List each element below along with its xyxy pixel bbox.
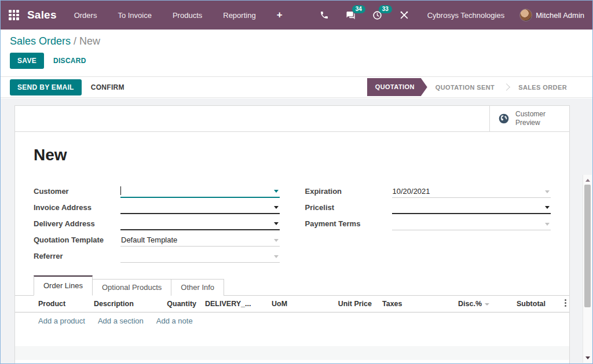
content-area: Customer Preview New Customer Invoice Ad… (1, 98, 592, 363)
plus-menu-icon[interactable]: + (277, 9, 283, 21)
stage-quotation[interactable]: QUOTATION (367, 78, 427, 96)
customer-label: Customer (34, 187, 120, 198)
order-lines-actions: Add a product Add a section Add a note (15, 312, 569, 329)
discard-button[interactable]: DISCARD (53, 57, 86, 65)
invoice-address-input[interactable] (120, 201, 280, 214)
customer-input[interactable] (120, 185, 280, 198)
tab-other-info[interactable]: Other Info (171, 279, 224, 296)
scroll-up-icon[interactable] (583, 176, 592, 184)
add-a-note-link[interactable]: Add a note (156, 317, 193, 325)
chevron-down-icon[interactable] (274, 206, 279, 209)
column-product[interactable]: Product (38, 300, 65, 308)
user-name: Mitchell Admin (536, 11, 584, 20)
column-discount[interactable]: Disc.% (458, 300, 482, 308)
menu-to-invoice[interactable]: To Invoice (118, 11, 152, 20)
developer-tools-icon[interactable] (398, 9, 410, 21)
payment-terms-input[interactable] (392, 218, 551, 230)
add-a-product-link[interactable]: Add a product (38, 317, 85, 325)
text-cursor (120, 186, 121, 195)
company-name[interactable]: Cybrosys Technologies (427, 11, 504, 20)
menu-reporting[interactable]: Reporting (223, 11, 255, 20)
column-delivery[interactable]: DELIVERY_... (205, 300, 251, 308)
chevron-down-icon[interactable] (274, 222, 279, 225)
button-box: Customer Preview (15, 106, 569, 132)
column-uom[interactable]: UoM (272, 300, 287, 308)
scroll-down-icon[interactable] (583, 354, 592, 362)
main-menu: Orders To Invoice Products Reporting (74, 11, 256, 20)
tab-optional-products[interactable]: Optional Products (92, 279, 171, 296)
optional-columns-icon[interactable] (565, 299, 566, 308)
column-description[interactable]: Description (94, 300, 134, 308)
control-panel: Sales Orders / New SAVE DISCARD (1, 30, 592, 77)
empty-row (15, 346, 569, 360)
menu-orders[interactable]: Orders (74, 11, 97, 20)
column-unit-price[interactable]: Unit Price (338, 300, 372, 308)
vertical-scrollbar[interactable] (583, 175, 592, 363)
user-menu[interactable]: Mitchell Admin (519, 9, 584, 21)
stage-quotation-sent[interactable]: QUOTATION SENT (427, 84, 503, 91)
form-statusbar: SEND BY EMAIL CONFIRM QUOTATION QUOTATIO… (1, 77, 592, 98)
order-lines-header: Product Description Quantity DELIVERY_..… (15, 296, 569, 312)
app-name[interactable]: Sales (27, 9, 57, 21)
nav-right: 34 33 Cybrosys Technologies Mitchell Adm… (319, 9, 584, 21)
tab-bar: Order Lines Optional Products Other Info (15, 278, 569, 296)
expiration-label: Expiration (305, 187, 392, 198)
quotation-template-input[interactable]: Default Template (120, 234, 280, 247)
activities-count-badge: 33 (379, 5, 392, 13)
delivery-address-input[interactable] (120, 218, 280, 230)
control-panel-buttons: SAVE DISCARD (10, 53, 583, 69)
save-button[interactable]: SAVE (10, 53, 44, 69)
confirm-button[interactable]: CONFIRM (91, 83, 125, 91)
column-quantity[interactable]: Quantity (167, 300, 196, 308)
messages-icon[interactable]: 34 (345, 9, 357, 21)
send-by-email-button[interactable]: SEND BY EMAIL (10, 79, 82, 95)
quotation-template-value: Default Template (121, 236, 177, 244)
chevron-down-icon[interactable] (274, 255, 279, 258)
delivery-address-label: Delivery Address (34, 219, 120, 230)
referrer-input[interactable] (120, 250, 280, 263)
customer-preview-label: Customer Preview (515, 110, 551, 127)
user-avatar (519, 9, 532, 21)
breadcrumb-separator: / (71, 35, 79, 47)
chevron-down-icon[interactable] (545, 190, 550, 193)
column-taxes[interactable]: Taxes (382, 300, 402, 308)
activities-clock-icon[interactable]: 33 (372, 9, 383, 21)
stage-pipeline: QUOTATION QUOTATION SENT SALES ORDER (367, 77, 575, 97)
add-a-section-link[interactable]: Add a section (98, 317, 144, 325)
chevron-down-icon[interactable] (545, 223, 550, 226)
discount-caret-icon (485, 303, 489, 306)
stage-sales-order[interactable]: SALES ORDER (510, 84, 575, 91)
record-title: New (34, 146, 569, 164)
breadcrumb-sales-orders[interactable]: Sales Orders (10, 35, 71, 47)
column-subtotal[interactable]: Subtotal (517, 300, 546, 308)
top-navbar: Sales Orders To Invoice Products Reporti… (1, 1, 592, 30)
menu-products[interactable]: Products (173, 11, 202, 20)
customer-preview-button[interactable]: Customer Preview (489, 106, 569, 131)
referrer-label: Referrer (34, 252, 120, 263)
phone-icon[interactable] (319, 9, 330, 21)
empty-row (15, 329, 569, 346)
chevron-down-icon[interactable] (274, 239, 279, 242)
messages-count-badge: 34 (352, 5, 365, 13)
expiration-input[interactable]: 10/20/2021 (392, 185, 551, 198)
scrollbar-thumb[interactable] (584, 185, 591, 307)
stage-chevron-icon (503, 83, 510, 91)
notebook: Order Lines Optional Products Other Info… (15, 278, 569, 364)
chevron-down-icon[interactable] (545, 206, 550, 209)
payment-terms-label: Payment Terms (305, 219, 392, 230)
form-right-column: Expiration 10/20/2021 Pricelist Payment … (305, 182, 551, 263)
chevron-down-icon[interactable] (274, 190, 279, 193)
form-sheet: Customer Preview New Customer Invoice Ad… (14, 105, 570, 363)
expiration-value: 10/20/2021 (393, 187, 430, 196)
pricelist-input[interactable] (392, 201, 551, 214)
globe-icon (498, 113, 510, 124)
empty-row (15, 360, 569, 364)
pricelist-label: Pricelist (305, 203, 392, 214)
tab-order-lines[interactable]: Order Lines (34, 275, 93, 296)
form-fields: Customer Invoice Address Delivery A (15, 182, 569, 263)
quotation-template-label: Quotation Template (34, 236, 120, 247)
invoice-address-label: Invoice Address (34, 203, 120, 214)
apps-grid-icon[interactable] (9, 10, 19, 20)
form-left-column: Customer Invoice Address Delivery A (34, 182, 280, 263)
breadcrumb-current: New (79, 35, 100, 47)
